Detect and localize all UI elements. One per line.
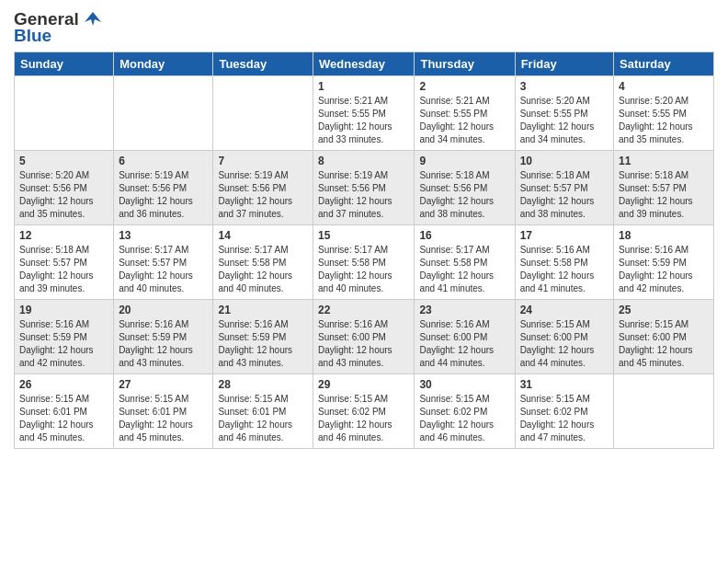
day-info: Sunrise: 5:19 AMSunset: 5:56 PMDaylight:…	[218, 169, 308, 221]
day-info: Sunrise: 5:16 AMSunset: 6:00 PMDaylight:…	[419, 318, 509, 370]
day-number: 27	[119, 378, 208, 391]
day-info: Sunrise: 5:16 AMSunset: 5:59 PMDaylight:…	[119, 318, 208, 370]
day-cell: 2Sunrise: 5:21 AMSunset: 5:55 PMDaylight…	[415, 76, 515, 151]
day-number: 15	[318, 229, 409, 242]
day-cell: 18Sunrise: 5:16 AMSunset: 5:59 PMDayligh…	[614, 225, 714, 300]
day-number: 18	[619, 229, 709, 242]
day-cell: 11Sunrise: 5:18 AMSunset: 5:57 PMDayligh…	[614, 151, 714, 225]
day-info: Sunrise: 5:20 AMSunset: 5:55 PMDaylight:…	[520, 95, 609, 146]
day-number: 19	[19, 304, 108, 316]
day-cell	[614, 374, 714, 449]
day-info: Sunrise: 5:15 AMSunset: 6:00 PMDaylight:…	[520, 318, 609, 370]
weekday-header-friday: Friday	[515, 52, 613, 76]
day-info: Sunrise: 5:15 AMSunset: 6:02 PMDaylight:…	[318, 393, 409, 444]
svg-marker-0	[85, 12, 101, 26]
day-cell	[114, 76, 213, 151]
logo-blue: Blue	[14, 26, 51, 46]
day-number: 23	[419, 304, 509, 316]
day-number: 4	[619, 80, 709, 93]
day-number: 6	[119, 155, 208, 167]
day-info: Sunrise: 5:17 AMSunset: 5:58 PMDaylight:…	[318, 244, 409, 295]
day-cell	[15, 76, 114, 151]
day-cell: 29Sunrise: 5:15 AMSunset: 6:02 PMDayligh…	[313, 374, 415, 449]
day-number: 5	[19, 155, 108, 167]
week-row-4: 26Sunrise: 5:15 AMSunset: 6:01 PMDayligh…	[15, 374, 714, 449]
day-info: Sunrise: 5:15 AMSunset: 6:01 PMDaylight:…	[19, 393, 108, 444]
day-cell: 21Sunrise: 5:16 AMSunset: 5:59 PMDayligh…	[213, 300, 313, 374]
day-info: Sunrise: 5:18 AMSunset: 5:57 PMDaylight:…	[520, 169, 609, 221]
weekday-header-thursday: Thursday	[415, 52, 515, 76]
day-cell: 7Sunrise: 5:19 AMSunset: 5:56 PMDaylight…	[213, 151, 313, 225]
day-info: Sunrise: 5:20 AMSunset: 5:55 PMDaylight:…	[619, 95, 709, 146]
day-info: Sunrise: 5:18 AMSunset: 5:56 PMDaylight:…	[419, 169, 509, 221]
day-number: 12	[19, 229, 108, 242]
day-number: 21	[218, 304, 308, 316]
day-info: Sunrise: 5:16 AMSunset: 5:58 PMDaylight:…	[520, 244, 609, 295]
day-number: 8	[318, 155, 409, 167]
day-info: Sunrise: 5:19 AMSunset: 5:56 PMDaylight:…	[318, 169, 409, 221]
day-cell: 13Sunrise: 5:17 AMSunset: 5:57 PMDayligh…	[114, 225, 213, 300]
day-cell: 9Sunrise: 5:18 AMSunset: 5:56 PMDaylight…	[415, 151, 515, 225]
day-info: Sunrise: 5:18 AMSunset: 5:57 PMDaylight:…	[19, 244, 108, 295]
day-cell: 4Sunrise: 5:20 AMSunset: 5:55 PMDaylight…	[614, 76, 714, 151]
day-cell: 5Sunrise: 5:20 AMSunset: 5:56 PMDaylight…	[15, 151, 114, 225]
weekday-header-tuesday: Tuesday	[213, 52, 313, 76]
day-cell: 16Sunrise: 5:17 AMSunset: 5:58 PMDayligh…	[415, 225, 515, 300]
day-cell: 15Sunrise: 5:17 AMSunset: 5:58 PMDayligh…	[313, 225, 415, 300]
day-number: 16	[419, 229, 509, 242]
day-info: Sunrise: 5:16 AMSunset: 6:00 PMDaylight:…	[318, 318, 409, 370]
day-cell: 30Sunrise: 5:15 AMSunset: 6:02 PMDayligh…	[415, 374, 515, 449]
day-info: Sunrise: 5:15 AMSunset: 6:01 PMDaylight:…	[218, 393, 308, 444]
day-number: 10	[520, 155, 609, 167]
day-number: 26	[19, 378, 108, 391]
day-info: Sunrise: 5:15 AMSunset: 6:02 PMDaylight:…	[520, 393, 609, 444]
day-number: 31	[520, 378, 609, 391]
day-cell: 12Sunrise: 5:18 AMSunset: 5:57 PMDayligh…	[15, 225, 114, 300]
day-info: Sunrise: 5:18 AMSunset: 5:57 PMDaylight:…	[619, 169, 709, 221]
day-info: Sunrise: 5:16 AMSunset: 5:59 PMDaylight:…	[218, 318, 308, 370]
day-number: 30	[419, 378, 509, 391]
day-number: 11	[619, 155, 709, 167]
day-cell	[213, 76, 313, 151]
day-number: 1	[318, 80, 409, 93]
logo-bird-icon	[83, 9, 103, 29]
weekday-header-monday: Monday	[114, 52, 213, 76]
day-cell: 1Sunrise: 5:21 AMSunset: 5:55 PMDaylight…	[313, 76, 415, 151]
day-number: 17	[520, 229, 609, 242]
calendar-table: SundayMondayTuesdayWednesdayThursdayFrid…	[14, 52, 714, 449]
day-info: Sunrise: 5:16 AMSunset: 5:59 PMDaylight:…	[619, 244, 709, 295]
day-cell: 20Sunrise: 5:16 AMSunset: 5:59 PMDayligh…	[114, 300, 213, 374]
day-number: 25	[619, 304, 709, 316]
header: General Blue	[14, 9, 714, 46]
day-cell: 10Sunrise: 5:18 AMSunset: 5:57 PMDayligh…	[515, 151, 613, 225]
weekday-header-wednesday: Wednesday	[313, 52, 415, 76]
day-cell: 23Sunrise: 5:16 AMSunset: 6:00 PMDayligh…	[415, 300, 515, 374]
day-number: 14	[218, 229, 308, 242]
day-info: Sunrise: 5:15 AMSunset: 6:00 PMDaylight:…	[619, 318, 709, 370]
day-number: 2	[419, 80, 509, 93]
day-info: Sunrise: 5:16 AMSunset: 5:59 PMDaylight:…	[19, 318, 108, 370]
day-cell: 14Sunrise: 5:17 AMSunset: 5:58 PMDayligh…	[213, 225, 313, 300]
day-cell: 28Sunrise: 5:15 AMSunset: 6:01 PMDayligh…	[213, 374, 313, 449]
day-info: Sunrise: 5:15 AMSunset: 6:01 PMDaylight:…	[119, 393, 208, 444]
day-number: 3	[520, 80, 609, 93]
day-cell: 3Sunrise: 5:20 AMSunset: 5:55 PMDaylight…	[515, 76, 613, 151]
day-number: 22	[318, 304, 409, 316]
weekday-header-row: SundayMondayTuesdayWednesdayThursdayFrid…	[15, 52, 714, 76]
day-number: 7	[218, 155, 308, 167]
day-cell: 6Sunrise: 5:19 AMSunset: 5:56 PMDaylight…	[114, 151, 213, 225]
logo: General Blue	[14, 9, 103, 46]
day-cell: 17Sunrise: 5:16 AMSunset: 5:58 PMDayligh…	[515, 225, 613, 300]
day-number: 28	[218, 378, 308, 391]
day-info: Sunrise: 5:20 AMSunset: 5:56 PMDaylight:…	[19, 169, 108, 221]
day-info: Sunrise: 5:17 AMSunset: 5:58 PMDaylight:…	[419, 244, 509, 295]
day-number: 13	[119, 229, 208, 242]
day-number: 9	[419, 155, 509, 167]
day-cell: 24Sunrise: 5:15 AMSunset: 6:00 PMDayligh…	[515, 300, 613, 374]
page: General Blue SundayMondayTuesdayWednesda…	[0, 0, 728, 563]
day-number: 29	[318, 378, 409, 391]
day-cell: 31Sunrise: 5:15 AMSunset: 6:02 PMDayligh…	[515, 374, 613, 449]
week-row-1: 5Sunrise: 5:20 AMSunset: 5:56 PMDaylight…	[15, 151, 714, 225]
weekday-header-sunday: Sunday	[15, 52, 114, 76]
day-cell: 22Sunrise: 5:16 AMSunset: 6:00 PMDayligh…	[313, 300, 415, 374]
